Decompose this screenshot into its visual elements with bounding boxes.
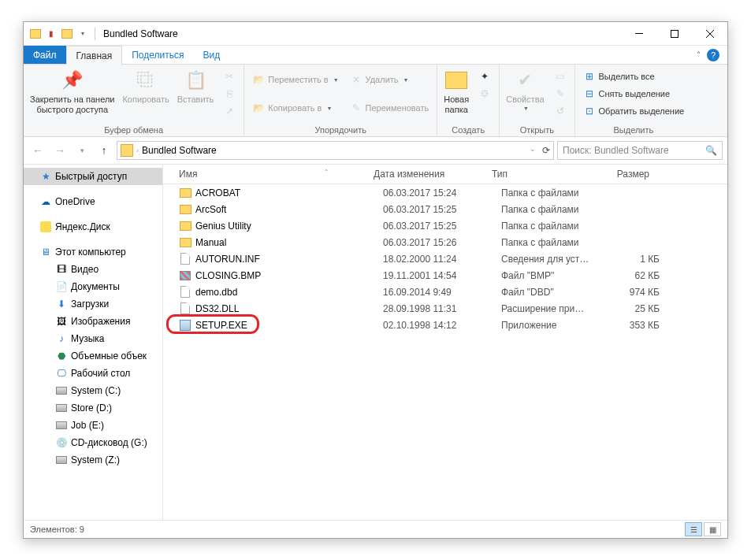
- sidebar-item-3dobjects[interactable]: ⬣Объемные объек: [24, 347, 162, 365]
- cut-button[interactable]: ✂: [218, 68, 240, 85]
- star-icon: ★: [39, 170, 52, 183]
- view-details-button[interactable]: ☰: [685, 522, 702, 536]
- documents-icon: 📄: [55, 280, 68, 293]
- sidebar-item-drive-g[interactable]: 💿CD-дисковод (G:): [24, 434, 162, 451]
- file-row[interactable]: SETUP.EXE02.10.1998 14:12Приложение353 К…: [163, 317, 727, 333]
- file-row[interactable]: CLOSING.BMP19.11.2001 14:54Файл "BMP"62 …: [163, 267, 727, 284]
- sidebar-item-drive-c[interactable]: System (C:): [24, 382, 162, 399]
- tab-view[interactable]: Вид: [193, 46, 229, 64]
- column-size[interactable]: Размер: [588, 165, 663, 184]
- help-icon[interactable]: ?: [707, 49, 719, 61]
- open-button[interactable]: ▭: [549, 68, 571, 85]
- pasteshortcut-button[interactable]: ↗: [218, 102, 240, 120]
- delete-button[interactable]: ✕Удалить▼: [345, 71, 434, 88]
- column-date[interactable]: Дата изменения: [367, 165, 485, 184]
- ribbon-label-select: Выделить: [578, 124, 690, 136]
- navigation-pane[interactable]: ★Быстрый доступ ☁OneDrive Яндекс.Диск 🖥Э…: [24, 165, 163, 520]
- sidebar-item-thispc[interactable]: 🖥Этот компьютер: [24, 243, 162, 261]
- bmp-icon: [179, 269, 191, 282]
- rename-button[interactable]: ✎Переименовать: [345, 99, 434, 117]
- copy-button[interactable]: ⿻ Копировать: [119, 66, 172, 106]
- file-name: Genius Utility: [195, 221, 251, 232]
- ribbon-group-open: ✔ Свойства ▼ ▭ ✎ ↺ Открыть: [500, 65, 574, 136]
- sidebar-item-drive-d[interactable]: Store (D:): [24, 399, 162, 417]
- copy-icon: ⿻: [133, 68, 158, 93]
- column-type[interactable]: Тип: [485, 165, 588, 184]
- selectnone-button[interactable]: ⊟Снять выделение: [578, 85, 690, 102]
- sidebar-item-drive-z[interactable]: System (Z:): [24, 451, 162, 469]
- folder-icon: [28, 27, 43, 41]
- newitem-button[interactable]: ✦: [474, 68, 496, 85]
- view-largeicons-button[interactable]: ▦: [704, 522, 721, 536]
- copypath-button[interactable]: ⎘: [218, 85, 240, 102]
- tab-share[interactable]: Поделиться: [122, 46, 193, 64]
- file-name: ArcSoft: [195, 204, 226, 215]
- search-icon[interactable]: 🔍: [705, 145, 717, 156]
- file-size: 25 КБ: [597, 303, 672, 314]
- breadcrumb-segment[interactable]: Bundled Software: [142, 145, 217, 156]
- sidebar-item-onedrive[interactable]: ☁OneDrive: [24, 193, 162, 210]
- nav-recent-button[interactable]: ▾: [72, 141, 91, 160]
- nav-back-button[interactable]: ←: [28, 141, 47, 160]
- copyto-button[interactable]: 📂Копировать в▼: [247, 99, 343, 117]
- file-date: 06.03.2017 15:26: [377, 237, 495, 248]
- sidebar-item-documents[interactable]: 📄Документы: [24, 278, 162, 295]
- yandex-icon: [39, 221, 52, 233]
- drive-icon: [55, 402, 68, 414]
- minimize-button[interactable]: [621, 22, 656, 45]
- file-type: Папка с файлами: [495, 237, 597, 248]
- sidebar-item-quickaccess[interactable]: ★Быстрый доступ: [24, 168, 162, 185]
- file-row[interactable]: ACROBAT06.03.2017 15:24Папка с файлами: [163, 184, 727, 201]
- file-row[interactable]: demo.dbd16.09.2014 9:49Файл "DBD"974 КБ: [163, 284, 727, 300]
- file-row[interactable]: Genius Utility06.03.2017 15:25Папка с фа…: [163, 217, 727, 234]
- sidebar-item-pictures[interactable]: 🖼Изображения: [24, 313, 162, 330]
- objects3d-icon: ⬣: [55, 350, 68, 362]
- nav-forward-button[interactable]: →: [50, 141, 69, 160]
- column-name[interactable]: Имя ˄: [163, 165, 367, 184]
- file-type: Папка с файлами: [495, 221, 597, 232]
- paste-button[interactable]: 📋 Вставить: [174, 66, 217, 106]
- delete-icon: ✕: [350, 73, 362, 86]
- pc-icon: 🖥: [39, 246, 52, 258]
- newfolder-button[interactable]: Новая папка: [441, 66, 472, 116]
- refresh-button[interactable]: ⟳: [542, 145, 550, 156]
- nav-up-button[interactable]: ↑: [95, 141, 113, 160]
- file-type: Папка с файлами: [495, 204, 597, 215]
- qat-properties-icon[interactable]: ▮: [44, 27, 58, 41]
- file-row[interactable]: AUTORUN.INF18.02.2000 11:24Сведения для …: [163, 250, 727, 267]
- qat-newfolder-icon[interactable]: [60, 27, 74, 41]
- file-row[interactable]: Manual06.03.2017 15:26Папка с файлами: [163, 234, 727, 250]
- file-row[interactable]: DS32.DLL28.09.1998 11:31Расширение при…2…: [163, 300, 727, 317]
- file-type: Файл "DBD": [495, 287, 597, 298]
- ribbon-collapse-icon[interactable]: ˄: [697, 50, 701, 59]
- history-button[interactable]: ↺: [549, 102, 571, 120]
- sidebar-item-drive-e[interactable]: Job (E:): [24, 417, 162, 434]
- chevron-right-icon[interactable]: ›: [136, 146, 139, 154]
- search-input[interactable]: Поиск: Bundled Software 🔍: [557, 141, 723, 160]
- easyaccess-icon: ⯐: [478, 87, 491, 100]
- pin-quickaccess-button[interactable]: 📌 Закрепить на панели быстрого доступа: [27, 66, 117, 116]
- folder-icon: [121, 144, 133, 157]
- moveto-button[interactable]: 📂Переместить в▼: [247, 71, 343, 88]
- file-list: Имя ˄ Дата изменения Тип Размер ACROBAT0…: [163, 165, 727, 520]
- file-row[interactable]: ArcSoft06.03.2017 15:25Папка с файлами: [163, 201, 727, 217]
- close-button[interactable]: [692, 22, 727, 45]
- sidebar-item-yandexdisk[interactable]: Яндекс.Диск: [24, 218, 162, 235]
- addressbar[interactable]: › Bundled Software ⌄ ⟳: [117, 141, 554, 160]
- tab-file[interactable]: Файл: [24, 46, 66, 64]
- easyaccess-button[interactable]: ⯐: [474, 85, 496, 102]
- sidebar-item-music[interactable]: ♪Музыка: [24, 330, 162, 347]
- maximize-button[interactable]: [656, 22, 692, 45]
- chevron-down-icon[interactable]: ⌄: [530, 145, 536, 156]
- qat-customize-icon[interactable]: ▾: [76, 27, 90, 41]
- properties-button[interactable]: ✔ Свойства ▼: [503, 66, 547, 113]
- selectinvert-button[interactable]: ⊡Обратить выделение: [578, 102, 690, 120]
- selectall-button[interactable]: ⊞Выделить все: [578, 68, 690, 85]
- tab-home[interactable]: Главная: [66, 46, 123, 65]
- sidebar-item-videos[interactable]: 🎞Видео: [24, 261, 162, 278]
- sidebar-item-desktop[interactable]: 🖵Рабочий стол: [24, 365, 162, 382]
- edit-button[interactable]: ✎: [549, 85, 571, 102]
- file-list-body[interactable]: ACROBAT06.03.2017 15:24Папка с файламиAr…: [163, 184, 727, 520]
- shortcut-icon: ↗: [223, 105, 236, 117]
- sidebar-item-downloads[interactable]: ⬇Загрузки: [24, 295, 162, 313]
